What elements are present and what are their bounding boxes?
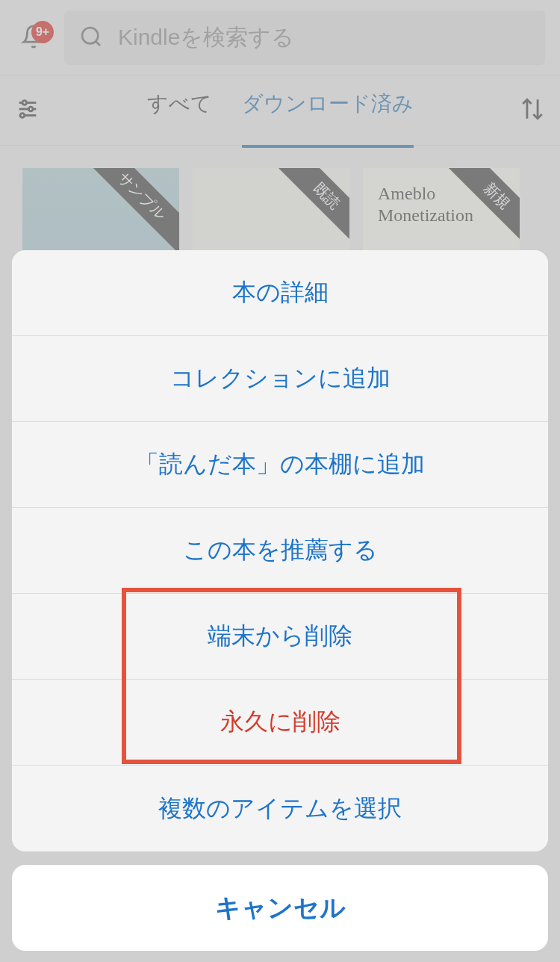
sheet-item-select-multiple[interactable]: 複数のアイテムを選択 — [12, 766, 548, 851]
action-sheet: 本の詳細 コレクションに追加 「読んだ本」の本棚に追加 この本を推薦する 端末か… — [12, 250, 548, 851]
sheet-item-delete-permanently[interactable]: 永久に削除 — [12, 680, 548, 766]
sheet-item-add-collection[interactable]: コレクションに追加 — [12, 336, 548, 422]
sheet-item-remove-device[interactable]: 端末から削除 — [12, 594, 548, 680]
sheet-item-recommend[interactable]: この本を推薦する — [12, 508, 548, 594]
sheet-item-add-read-shelf[interactable]: 「読んだ本」の本棚に追加 — [12, 422, 548, 508]
sheet-item-details[interactable]: 本の詳細 — [12, 250, 548, 336]
cancel-button[interactable]: キャンセル — [12, 865, 548, 951]
